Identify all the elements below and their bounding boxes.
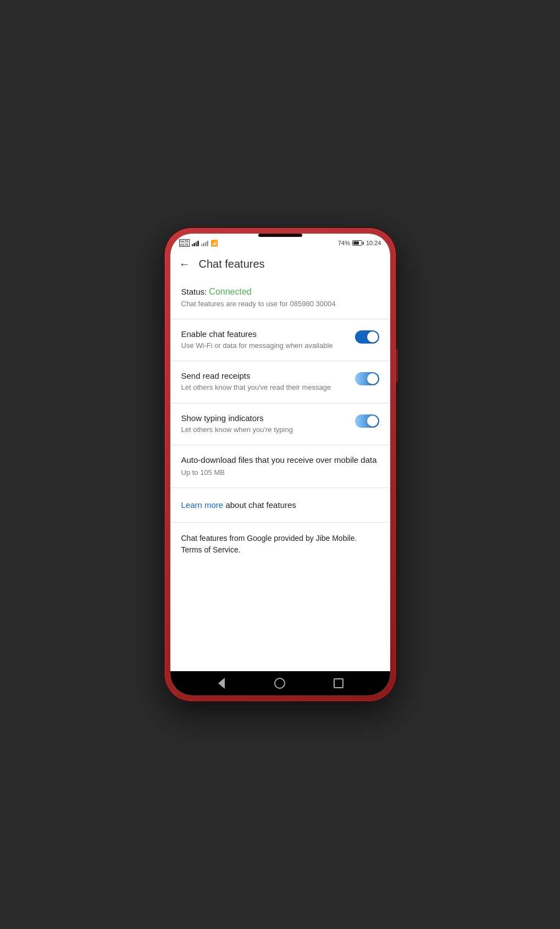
signal-bar — [192, 244, 193, 246]
signal-bar — [196, 242, 197, 246]
status-right: 74% 10:24 — [338, 240, 381, 246]
learn-more-section: Learn more about chat features — [170, 488, 390, 523]
page-title: Chat features — [199, 258, 265, 270]
nav-home-button[interactable] — [272, 676, 287, 691]
jibe-section: Chat features from Google provided by Ji… — [170, 523, 390, 566]
battery-tip — [363, 242, 364, 245]
status-description: Chat features are ready to use for 08598… — [181, 299, 379, 309]
phone-inner: VoLTE VoLTE 📶 — [170, 234, 390, 695]
auto-download-title: Auto-download files that you receive ove… — [181, 455, 379, 465]
read-receipts-title: Send read receipts — [181, 371, 346, 380]
typing-indicators-title: Show typing indicators — [181, 413, 346, 423]
auto-download-section[interactable]: Auto-download files that you receive ove… — [170, 445, 390, 488]
status-section: Status: Connected Chat features are read… — [170, 277, 390, 319]
enable-chat-subtitle: Use Wi-Fi or data for messaging when ava… — [181, 341, 346, 351]
read-receipts-toggle[interactable] — [355, 372, 379, 385]
volte-icon: VoLTE VoLTE — [179, 239, 190, 247]
read-receipts-subtitle: Let others know that you've read their m… — [181, 383, 346, 392]
typing-indicators-subtitle: Let others know when you're typing — [181, 425, 346, 435]
enable-chat-title: Enable chat features — [181, 329, 346, 339]
signal-bar — [203, 243, 204, 246]
typing-indicators-toggle[interactable] — [355, 414, 379, 428]
bottom-nav — [170, 671, 390, 695]
time-display: 10:24 — [366, 240, 381, 246]
battery-body — [352, 240, 362, 246]
status-left: VoLTE VoLTE 📶 — [179, 239, 218, 247]
typing-indicators-text: Show typing indicators Let others know w… — [181, 413, 355, 435]
typing-indicators-row: Show typing indicators Let others know w… — [170, 403, 390, 445]
signal-bar — [205, 242, 207, 246]
screen: VoLTE VoLTE 📶 — [170, 234, 390, 695]
status-bar: VoLTE VoLTE 📶 — [170, 234, 390, 251]
read-receipts-text: Send read receipts Let others know that … — [181, 371, 355, 392]
nav-recents-button[interactable] — [331, 676, 346, 691]
learn-more-link[interactable]: Learn more — [181, 500, 224, 510]
phone-frame: VoLTE VoLTE 📶 — [165, 228, 396, 701]
battery-percent: 74% — [338, 240, 350, 246]
recents-nav-icon — [334, 678, 343, 688]
battery-fill — [353, 241, 359, 245]
back-nav-icon — [218, 678, 225, 689]
enable-chat-text: Enable chat features Use Wi-Fi or data f… — [181, 329, 355, 351]
status-label: Status: — [181, 287, 209, 296]
jibe-text: Chat features from Google provided by Ji… — [181, 533, 379, 556]
side-button — [396, 349, 398, 382]
status-line: Status: Connected — [181, 287, 379, 297]
back-button[interactable]: ← — [179, 258, 190, 270]
signal-bars-1 — [192, 240, 199, 246]
auto-download-subtitle: Up to 105 MB — [181, 468, 379, 478]
signal-bar — [201, 244, 203, 246]
signal-bar — [207, 241, 208, 246]
content-area: Status: Connected Chat features are read… — [170, 277, 390, 671]
read-receipts-row: Send read receipts Let others know that … — [170, 361, 390, 403]
enable-chat-toggle[interactable] — [355, 330, 379, 344]
signal-bar — [197, 241, 199, 246]
signal-bar — [193, 243, 195, 246]
home-nav-icon — [274, 678, 285, 689]
learn-more-text: Learn more about chat features — [181, 500, 296, 510]
signal-bars-2 — [201, 240, 208, 246]
battery-icon — [352, 240, 364, 246]
nav-back-button[interactable] — [214, 676, 229, 691]
app-bar: ← Chat features — [170, 251, 390, 277]
enable-chat-row: Enable chat features Use Wi-Fi or data f… — [170, 319, 390, 361]
wifi-icon: 📶 — [210, 240, 218, 247]
learn-more-rest: about chat features — [223, 500, 296, 510]
status-value: Connected — [209, 287, 251, 296]
